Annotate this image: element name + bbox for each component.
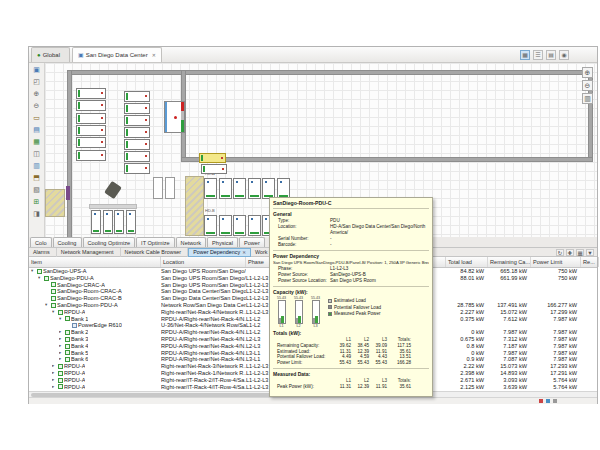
floor-rack[interactable] xyxy=(124,91,150,102)
perspective-icon[interactable]: ◉ xyxy=(559,50,569,60)
perspective-icon[interactable]: ▦ xyxy=(520,50,530,60)
panel-action-icon[interactable]: ▼ xyxy=(586,249,594,256)
expander-icon[interactable]: ▸ xyxy=(52,370,57,377)
floor-rack[interactable] xyxy=(204,215,217,236)
view-tab[interactable]: Physical xyxy=(207,237,238,247)
drawing-tool-icon[interactable]: ⊖ xyxy=(31,100,43,111)
panel-tab[interactable]: Alarms xyxy=(29,248,57,257)
editor-tab[interactable]: ● Global xyxy=(31,47,70,62)
column-header[interactable]: Remaining Ca... xyxy=(488,257,531,267)
status-info-icon[interactable] xyxy=(546,399,550,403)
column-header[interactable]: Item xyxy=(29,257,161,267)
expander-icon[interactable]: ▾ xyxy=(45,302,50,309)
status-misc-icon[interactable] xyxy=(553,399,557,403)
status-alarm-icon[interactable] xyxy=(539,399,543,403)
drawing-tool-icon[interactable]: ⬒ xyxy=(31,172,43,183)
floor-rack[interactable] xyxy=(76,100,106,111)
canvas-tool-icon[interactable]: ⊖ xyxy=(582,80,593,91)
floor-rack[interactable] xyxy=(233,178,246,199)
floor-rack[interactable] xyxy=(76,125,106,136)
section-heading: General xyxy=(273,211,429,217)
expander-icon[interactable]: ▸ xyxy=(52,377,57,384)
panel-tab[interactable]: Network Cable Browser xyxy=(121,248,189,257)
drawing-tool-icon[interactable]: ▧ xyxy=(31,184,43,195)
drawing-tool-icon[interactable]: ⊞ xyxy=(31,196,43,207)
floor-rack[interactable] xyxy=(124,127,150,138)
floor-object[interactable] xyxy=(153,177,163,199)
floor-rack[interactable] xyxy=(124,151,150,162)
perspective-icon[interactable]: ▤ xyxy=(546,50,556,60)
close-icon[interactable]: ✕ xyxy=(242,248,246,257)
view-tab[interactable]: IT Optimize xyxy=(136,237,175,247)
panel-action-icon[interactable]: ↻ xyxy=(556,249,564,256)
power-limit-cell: 5.764 kW xyxy=(531,384,581,391)
close-icon[interactable]: ✕ xyxy=(152,52,156,58)
view-tab[interactable]: Colo xyxy=(30,237,52,247)
status-bar xyxy=(29,397,597,404)
floor-rack[interactable] xyxy=(199,153,226,163)
remaining-capacity-cell: 3.639 kW xyxy=(488,384,531,391)
floor-rack[interactable] xyxy=(103,210,113,234)
floor-rack[interactable] xyxy=(219,178,232,199)
floor-rack[interactable] xyxy=(201,164,227,174)
floor-rack[interactable] xyxy=(124,139,150,150)
column-header[interactable]: Re... xyxy=(581,257,599,267)
floor-rack[interactable] xyxy=(76,150,106,161)
drawing-tool-icon[interactable]: ▥ xyxy=(31,160,43,171)
expander-icon[interactable]: ▾ xyxy=(38,275,43,282)
floor-rack[interactable] xyxy=(76,137,106,148)
floor-rack[interactable] xyxy=(277,178,290,199)
floor-rack[interactable] xyxy=(248,215,261,236)
floor-rack[interactable] xyxy=(91,210,101,234)
expander-icon[interactable]: ▾ xyxy=(31,268,36,275)
drawing-tool-icon[interactable]: ▤ xyxy=(31,124,43,135)
drawing-tool-icon[interactable]: ◫ xyxy=(31,148,43,159)
canvas-tool-icon[interactable]: ▥ xyxy=(582,93,593,104)
floor-rack[interactable] xyxy=(262,178,275,199)
floor-rack[interactable] xyxy=(233,215,246,236)
device-icon xyxy=(51,296,56,301)
expander-icon[interactable]: ▸ xyxy=(52,363,57,370)
view-tab[interactable]: Cooling Optimize xyxy=(83,237,136,247)
floor-rack[interactable] xyxy=(124,103,150,114)
crac-unit[interactable] xyxy=(164,101,185,133)
floor-rack[interactable] xyxy=(124,163,150,174)
column-header[interactable]: Location xyxy=(161,257,246,267)
remaining-capacity-cell: 7.312 kW xyxy=(488,336,531,343)
panel-tab[interactable]: Network Management xyxy=(57,248,121,257)
expander-icon[interactable]: ▸ xyxy=(59,350,64,357)
drawing-tool-icon[interactable]: ▭ xyxy=(31,112,43,123)
panel-action-icon[interactable]: ✚ xyxy=(566,249,574,256)
floor-rack[interactable] xyxy=(126,210,136,234)
expander-icon[interactable]: ▾ xyxy=(52,309,57,316)
floor-rack[interactable] xyxy=(204,178,217,199)
expander-icon[interactable]: ▸ xyxy=(52,384,57,391)
drawing-tool-icon[interactable]: ⊕ xyxy=(31,88,43,99)
floor-rack[interactable] xyxy=(124,115,150,126)
expander-icon[interactable]: ▸ xyxy=(59,329,64,336)
expander-icon[interactable]: ▸ xyxy=(59,343,64,350)
view-tab[interactable]: Power xyxy=(239,237,265,247)
panel-tab[interactable]: Power Dependency ✕ xyxy=(188,248,251,257)
panel-action-icon[interactable]: ▦ xyxy=(576,249,584,256)
editor-tab[interactable]: ▣ San Diego Data Center ✕ xyxy=(72,47,162,62)
drawing-tool-icon[interactable]: ▣ xyxy=(31,64,43,75)
floor-rack[interactable] xyxy=(248,178,261,199)
canvas-tool-icon[interactable]: ⊕ xyxy=(582,67,593,78)
drawing-tool-icon[interactable]: ▦ xyxy=(31,136,43,147)
expander-icon[interactable]: ▸ xyxy=(59,336,64,343)
perspective-icon[interactable]: ☰ xyxy=(533,50,543,60)
expander-icon[interactable]: ▾ xyxy=(59,316,64,323)
view-tab[interactable]: Cooling xyxy=(53,237,82,247)
floor-rack[interactable] xyxy=(219,215,232,236)
column-header[interactable]: Power Limit xyxy=(531,257,581,267)
drawing-tool-icon[interactable]: ◰ xyxy=(31,76,43,87)
drawing-tool-icon[interactable]: ◨ xyxy=(31,208,43,219)
floor-rack[interactable] xyxy=(114,210,124,234)
column-header[interactable]: Total load xyxy=(446,257,488,267)
expander-icon[interactable]: ▸ xyxy=(59,356,64,363)
floor-rack[interactable] xyxy=(76,113,106,124)
floor-object[interactable] xyxy=(165,177,175,199)
view-tab[interactable]: Network xyxy=(176,237,207,247)
floor-rack[interactable] xyxy=(76,88,106,99)
